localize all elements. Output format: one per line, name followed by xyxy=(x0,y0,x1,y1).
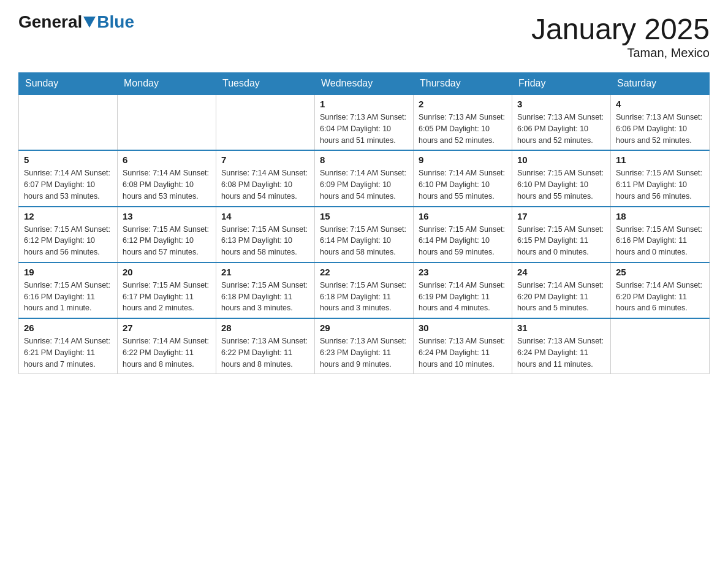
calendar-cell: 6Sunrise: 7:14 AM Sunset: 6:08 PM Daylig… xyxy=(118,150,216,206)
calendar-cell: 27Sunrise: 7:14 AM Sunset: 6:22 PM Dayli… xyxy=(118,318,216,374)
day-number: 4 xyxy=(616,99,704,109)
calendar-title: January 2025 xyxy=(531,12,710,46)
calendar-cell: 17Sunrise: 7:15 AM Sunset: 6:15 PM Dayli… xyxy=(512,207,611,262)
weekday-header-friday: Friday xyxy=(512,73,611,95)
day-number: 22 xyxy=(320,267,408,277)
day-info: Sunrise: 7:15 AM Sunset: 6:15 PM Dayligh… xyxy=(517,224,605,258)
day-number: 29 xyxy=(320,323,408,333)
day-info: Sunrise: 7:13 AM Sunset: 6:05 PM Dayligh… xyxy=(419,112,507,146)
day-number: 13 xyxy=(123,211,211,221)
day-number: 16 xyxy=(419,211,507,221)
calendar-week-row: 1Sunrise: 7:13 AM Sunset: 6:04 PM Daylig… xyxy=(19,94,710,150)
calendar-week-row: 26Sunrise: 7:14 AM Sunset: 6:21 PM Dayli… xyxy=(19,318,710,374)
day-info: Sunrise: 7:14 AM Sunset: 6:22 PM Dayligh… xyxy=(123,335,211,370)
logo-blue-text: Blue xyxy=(97,12,134,32)
calendar-cell: 13Sunrise: 7:15 AM Sunset: 6:12 PM Dayli… xyxy=(118,207,216,262)
day-number: 3 xyxy=(517,99,605,109)
calendar-subtitle: Taman, Mexico xyxy=(531,46,710,60)
day-info: Sunrise: 7:15 AM Sunset: 6:17 PM Dayligh… xyxy=(123,280,211,314)
weekday-header-monday: Monday xyxy=(118,73,216,95)
day-info: Sunrise: 7:13 AM Sunset: 6:24 PM Dayligh… xyxy=(419,335,507,370)
day-info: Sunrise: 7:15 AM Sunset: 6:10 PM Dayligh… xyxy=(517,167,605,202)
calendar-cell xyxy=(19,94,118,150)
day-number: 27 xyxy=(123,323,211,333)
weekday-header-thursday: Thursday xyxy=(414,73,512,95)
calendar-cell: 1Sunrise: 7:13 AM Sunset: 6:04 PM Daylig… xyxy=(315,94,414,150)
title-area: January 2025 Taman, Mexico xyxy=(531,12,710,60)
weekday-header-row: SundayMondayTuesdayWednesdayThursdayFrid… xyxy=(19,73,710,95)
day-number: 21 xyxy=(221,267,309,277)
day-info: Sunrise: 7:15 AM Sunset: 6:11 PM Dayligh… xyxy=(616,167,704,202)
calendar-cell xyxy=(216,94,315,150)
weekday-header-sunday: Sunday xyxy=(19,73,118,95)
calendar-cell: 14Sunrise: 7:15 AM Sunset: 6:13 PM Dayli… xyxy=(216,207,315,262)
day-info: Sunrise: 7:15 AM Sunset: 6:12 PM Dayligh… xyxy=(123,224,211,258)
calendar-week-row: 12Sunrise: 7:15 AM Sunset: 6:12 PM Dayli… xyxy=(19,207,710,262)
day-info: Sunrise: 7:13 AM Sunset: 6:06 PM Dayligh… xyxy=(517,112,605,146)
calendar-cell: 8Sunrise: 7:14 AM Sunset: 6:09 PM Daylig… xyxy=(315,150,414,206)
page-header: General Blue January 2025 Taman, Mexico xyxy=(18,12,710,60)
calendar-week-row: 19Sunrise: 7:15 AM Sunset: 6:16 PM Dayli… xyxy=(19,262,710,318)
day-info: Sunrise: 7:15 AM Sunset: 6:13 PM Dayligh… xyxy=(221,224,309,258)
day-info: Sunrise: 7:15 AM Sunset: 6:14 PM Dayligh… xyxy=(419,224,507,258)
calendar-cell: 2Sunrise: 7:13 AM Sunset: 6:05 PM Daylig… xyxy=(414,94,512,150)
calendar-cell: 29Sunrise: 7:13 AM Sunset: 6:23 PM Dayli… xyxy=(315,318,414,374)
calendar-cell: 19Sunrise: 7:15 AM Sunset: 6:16 PM Dayli… xyxy=(19,262,118,318)
day-number: 20 xyxy=(123,267,211,277)
day-info: Sunrise: 7:15 AM Sunset: 6:18 PM Dayligh… xyxy=(320,280,408,314)
weekday-header-saturday: Saturday xyxy=(611,73,710,95)
weekday-header-tuesday: Tuesday xyxy=(216,73,315,95)
day-info: Sunrise: 7:14 AM Sunset: 6:09 PM Dayligh… xyxy=(320,167,408,202)
day-number: 2 xyxy=(419,99,507,109)
day-info: Sunrise: 7:14 AM Sunset: 6:08 PM Dayligh… xyxy=(123,167,211,202)
calendar-cell: 15Sunrise: 7:15 AM Sunset: 6:14 PM Dayli… xyxy=(315,207,414,262)
calendar-cell: 26Sunrise: 7:14 AM Sunset: 6:21 PM Dayli… xyxy=(19,318,118,374)
calendar-cell: 11Sunrise: 7:15 AM Sunset: 6:11 PM Dayli… xyxy=(611,150,710,206)
calendar-cell: 23Sunrise: 7:14 AM Sunset: 6:19 PM Dayli… xyxy=(414,262,512,318)
calendar-cell: 4Sunrise: 7:13 AM Sunset: 6:06 PM Daylig… xyxy=(611,94,710,150)
day-info: Sunrise: 7:15 AM Sunset: 6:14 PM Dayligh… xyxy=(320,224,408,258)
day-number: 17 xyxy=(517,211,605,221)
day-number: 10 xyxy=(517,155,605,165)
day-info: Sunrise: 7:15 AM Sunset: 6:16 PM Dayligh… xyxy=(616,224,704,258)
calendar-cell: 24Sunrise: 7:14 AM Sunset: 6:20 PM Dayli… xyxy=(512,262,611,318)
day-info: Sunrise: 7:15 AM Sunset: 6:16 PM Dayligh… xyxy=(24,280,112,314)
day-number: 9 xyxy=(419,155,507,165)
calendar-cell: 20Sunrise: 7:15 AM Sunset: 6:17 PM Dayli… xyxy=(118,262,216,318)
calendar-cell: 7Sunrise: 7:14 AM Sunset: 6:08 PM Daylig… xyxy=(216,150,315,206)
day-info: Sunrise: 7:15 AM Sunset: 6:18 PM Dayligh… xyxy=(221,280,309,314)
calendar-cell: 31Sunrise: 7:13 AM Sunset: 6:24 PM Dayli… xyxy=(512,318,611,374)
day-info: Sunrise: 7:13 AM Sunset: 6:23 PM Dayligh… xyxy=(320,335,408,370)
calendar-cell: 9Sunrise: 7:14 AM Sunset: 6:10 PM Daylig… xyxy=(414,150,512,206)
calendar-cell: 3Sunrise: 7:13 AM Sunset: 6:06 PM Daylig… xyxy=(512,94,611,150)
calendar-cell: 22Sunrise: 7:15 AM Sunset: 6:18 PM Dayli… xyxy=(315,262,414,318)
day-info: Sunrise: 7:14 AM Sunset: 6:20 PM Dayligh… xyxy=(616,280,704,314)
calendar-table: SundayMondayTuesdayWednesdayThursdayFrid… xyxy=(18,72,710,374)
day-number: 31 xyxy=(517,323,605,333)
day-info: Sunrise: 7:14 AM Sunset: 6:07 PM Dayligh… xyxy=(24,167,112,202)
day-number: 5 xyxy=(24,155,112,165)
day-number: 7 xyxy=(221,155,309,165)
day-number: 28 xyxy=(221,323,309,333)
day-info: Sunrise: 7:15 AM Sunset: 6:12 PM Dayligh… xyxy=(24,224,112,258)
calendar-cell: 16Sunrise: 7:15 AM Sunset: 6:14 PM Dayli… xyxy=(414,207,512,262)
calendar-week-row: 5Sunrise: 7:14 AM Sunset: 6:07 PM Daylig… xyxy=(19,150,710,206)
day-number: 26 xyxy=(24,323,112,333)
calendar-cell: 10Sunrise: 7:15 AM Sunset: 6:10 PM Dayli… xyxy=(512,150,611,206)
weekday-header-wednesday: Wednesday xyxy=(315,73,414,95)
logo-triangle-icon xyxy=(83,17,96,28)
day-info: Sunrise: 7:13 AM Sunset: 6:24 PM Dayligh… xyxy=(517,335,605,370)
day-number: 1 xyxy=(320,99,408,109)
calendar-cell: 30Sunrise: 7:13 AM Sunset: 6:24 PM Dayli… xyxy=(414,318,512,374)
day-info: Sunrise: 7:14 AM Sunset: 6:10 PM Dayligh… xyxy=(419,167,507,202)
calendar-cell: 28Sunrise: 7:13 AM Sunset: 6:22 PM Dayli… xyxy=(216,318,315,374)
day-number: 30 xyxy=(419,323,507,333)
day-number: 8 xyxy=(320,155,408,165)
day-number: 12 xyxy=(24,211,112,221)
day-info: Sunrise: 7:13 AM Sunset: 6:06 PM Dayligh… xyxy=(616,112,704,146)
day-info: Sunrise: 7:14 AM Sunset: 6:21 PM Dayligh… xyxy=(24,335,112,370)
logo-general-text: General xyxy=(18,12,82,32)
day-number: 23 xyxy=(419,267,507,277)
day-info: Sunrise: 7:14 AM Sunset: 6:20 PM Dayligh… xyxy=(517,280,605,314)
day-number: 18 xyxy=(616,211,704,221)
